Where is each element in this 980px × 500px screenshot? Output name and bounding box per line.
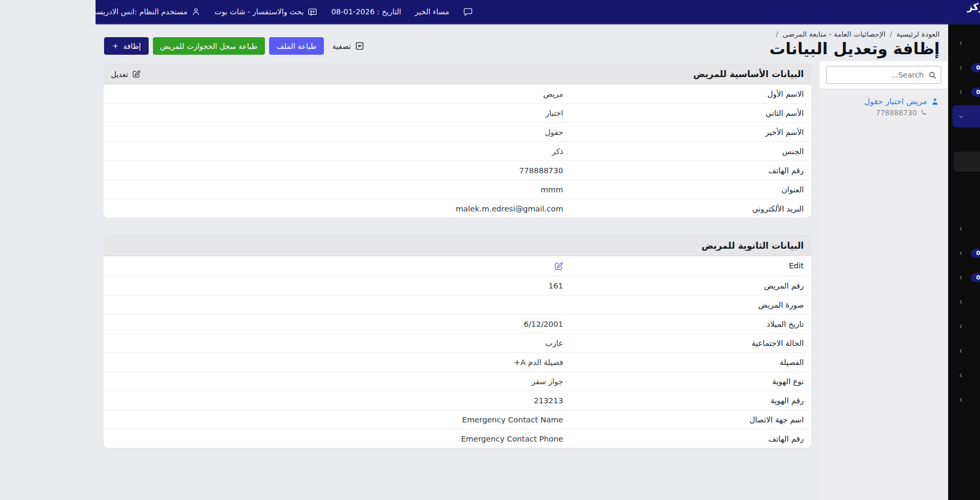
search-input[interactable] <box>730 66 846 84</box>
data-row: الفصيلةفصيلة الدم A+ <box>8 352 716 371</box>
patient-search-panel: مريض اختبار حقول 778888730 <box>724 61 853 500</box>
sidebar-item-bookings[interactable]: متابعة الحجوزات 0 <box>857 56 976 79</box>
chevron-left-icon <box>862 396 869 403</box>
data-row: رقم الهاتفEmergency Contact Phone <box>8 429 716 448</box>
data-row-edit: Edit <box>8 256 716 276</box>
plus-icon <box>952 157 963 166</box>
user-menu[interactable]: مستخدم النظام :انس الادريسي - فني أشعة (… <box>0 7 105 16</box>
chevron-left-icon <box>862 89 869 96</box>
breadcrumb-home-link[interactable]: العودة لرئيسية <box>801 30 844 38</box>
primary-data-card: البيانات الأساسية للمريض تعديل الاسم الأ… <box>8 64 716 218</box>
sidebar-item-warehouse[interactable]: متابعة المخزن <box>857 315 976 337</box>
person-standing-icon <box>959 224 970 234</box>
secondary-data-card: البيانات الثانوية للمريض Edit رقم المريض… <box>8 236 716 448</box>
data-row: الأسم الثانياختبار <box>8 103 716 122</box>
sidebar-subitem-digital-assistant[interactable]: المساعد الرقمي <box>858 195 975 215</box>
sidebar-item-laboratory[interactable]: R متابعة المختبر 0 <box>857 242 976 264</box>
badge-count: 0 <box>875 88 890 97</box>
date-text: التاريخ : 2026-01-08 <box>236 7 305 16</box>
badge-count: 0 <box>875 273 890 282</box>
sidebar-subitem-credit-data[interactable]: البيانات الأتمانية <box>858 173 975 193</box>
monitor-icon <box>959 87 970 97</box>
data-row: رقم المريض161 <box>8 276 716 295</box>
users-icon <box>959 370 970 380</box>
chat-bubble-icon[interactable] <box>367 7 377 17</box>
headset-icon <box>959 395 970 405</box>
calendar-icon <box>959 63 970 73</box>
sidebar-item-user-management[interactable]: إدارة المستخدمين <box>857 364 976 386</box>
chevron-left-icon <box>862 372 869 379</box>
trend-icon <box>952 135 963 144</box>
chevron-left-icon <box>862 64 869 71</box>
data-row: رقم الهاتف778888730 <box>8 160 716 180</box>
app-title: نظام إدارة المركز الطبية <box>858 1 955 23</box>
toolbar: تصفية طباعة الملف طباعة سجل الحجوازت للم… <box>8 37 273 58</box>
chevron-left-icon <box>862 225 869 232</box>
page-title: إظافة وتعديل البيانات <box>674 39 844 58</box>
sidebar-item-radiology[interactable]: متابعة الإشعة 0 <box>857 266 976 289</box>
breadcrumb-section-link[interactable]: الإحصائيات العامة - متابعة المرضى <box>687 30 790 38</box>
data-row: نوع الهويةجواز سفر <box>8 371 716 391</box>
sidebar-menu: الرئيسية متابعة الحجوزات 0 متابعة الدكات… <box>853 24 980 411</box>
main-content: العودة لرئيسية / الإحصائيات العامة - متا… <box>0 26 853 500</box>
sidebar-item-doctors[interactable]: متابعة الدكاترة 0 <box>857 81 976 103</box>
breadcrumb: العودة لرئيسية / الإحصائيات العامة - متا… <box>674 30 844 38</box>
badge-count: 0 <box>875 63 890 72</box>
patient-sparkle-icon <box>959 112 970 122</box>
edit-primary-button[interactable]: تعديل <box>15 70 45 79</box>
phone-icon <box>824 109 832 116</box>
sidebar-item-patients[interactable]: متابعة المرضى <box>857 105 976 128</box>
sidebar-item-home[interactable]: الرئيسية <box>857 32 976 54</box>
person-icon <box>835 97 844 106</box>
data-row: تاريخ الميلاد6/12/2001 <box>8 314 716 333</box>
sidebar: نظام إدارة المركز الطبية الرئيسية متابعة… <box>853 0 980 500</box>
chevron-left-icon <box>862 274 869 281</box>
robot-icon <box>952 201 963 209</box>
sidebar-header: نظام إدارة المركز الطبية <box>853 0 980 24</box>
list-lines-icon <box>959 273 970 283</box>
filter-button[interactable]: تصفية <box>233 37 273 55</box>
top-navbar: مساء الخير التاريخ : 2026-01-08 بحث والا… <box>0 0 853 24</box>
sidebar-item-pharmacy[interactable]: متابعة الصيدلية <box>857 291 976 313</box>
sidebar-subitem-stats[interactable]: الرئيسية والإحصائيات <box>858 130 975 150</box>
data-row: اسم جهة الاتصالEmergency Contact Name <box>8 410 716 429</box>
chatbot-icon <box>212 7 222 17</box>
sidebar-item-support[interactable]: الدعم الفني <box>857 388 976 411</box>
patient-name: مريض اختبار حقول <box>769 97 831 106</box>
data-row: الجنسذكر <box>8 141 716 160</box>
chevron-down-icon <box>862 113 869 120</box>
user-label: مستخدم النظام :انس الادريسي - فني أشعة (… <box>0 7 92 16</box>
secondary-card-title: البيانات الثانوية للمريض <box>606 241 708 251</box>
medicine-bottle-icon <box>959 297 970 307</box>
badge-count: 0 <box>875 249 890 258</box>
patient-list-item[interactable]: مريض اختبار حقول 778888730 <box>724 89 852 122</box>
patient-phone: 778888730 <box>780 108 821 117</box>
data-row: رقم الهوية213213 <box>8 391 716 410</box>
edit-pencil-icon <box>36 70 45 79</box>
edit-secondary-button[interactable] <box>458 261 468 271</box>
chevron-left-icon <box>862 323 869 330</box>
home-icon <box>959 38 970 48</box>
chevron-left-icon <box>862 348 869 354</box>
chatbot-label: بحث والاستفسار - شات بوت <box>119 7 208 16</box>
print-bookings-button[interactable]: طباعة سجل الحجوازت للمريض <box>57 37 169 55</box>
sidebar-item-employees[interactable]: متابعة الموظفيين <box>857 217 976 240</box>
primary-card-title: البيانات الأساسية للمريض <box>598 69 708 79</box>
store-icon <box>959 321 970 332</box>
prescription-icon: R <box>959 248 970 258</box>
greeting-text: مساء الخير <box>320 7 354 16</box>
print-file-button[interactable]: طباعة الملف <box>174 37 228 55</box>
data-row: الحالة الاجتماعيةعازب <box>8 333 716 352</box>
arrow-box-icon <box>259 41 269 51</box>
plus-icon <box>16 42 24 50</box>
hamburger-menu-button[interactable] <box>960 4 975 20</box>
chevron-left-icon <box>862 299 869 306</box>
add-button[interactable]: إظافة <box>8 37 53 55</box>
cards-column: البيانات الأساسية للمريض تعديل الاسم الأ… <box>8 61 716 500</box>
sidebar-item-settings[interactable]: الإعدادات <box>857 340 976 362</box>
gear-icon <box>959 346 970 356</box>
chatbot-link[interactable]: بحث والاستفسار - شات بوت <box>119 7 222 17</box>
sidebar-subitem-basic-data[interactable]: البيانات الأساسية <box>858 151 975 172</box>
data-row: الأسم الأخيرحقول <box>8 122 716 141</box>
data-row: العنوانmmm <box>8 180 716 199</box>
